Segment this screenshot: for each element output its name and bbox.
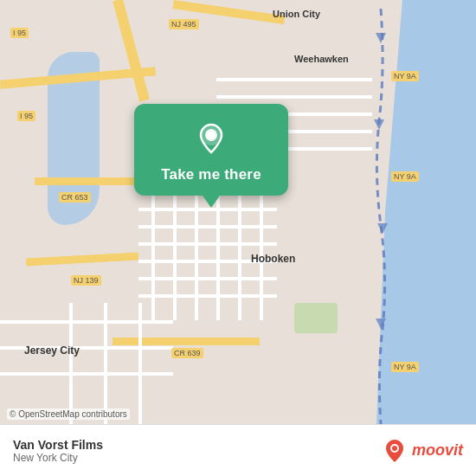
svg-marker-1 bbox=[374, 119, 384, 130]
green-area-2 bbox=[294, 303, 338, 333]
svg-marker-3 bbox=[376, 318, 386, 329]
label-hoboken: Hoboken bbox=[251, 253, 295, 265]
moovit-icon bbox=[381, 437, 408, 465]
label-cr639: CR 639 bbox=[171, 348, 203, 358]
street-jc-1 bbox=[0, 320, 173, 324]
place-name: Van Vorst Films bbox=[13, 438, 103, 452]
label-i95-2: I 95 bbox=[17, 111, 35, 121]
street-jc-3 bbox=[0, 372, 173, 376]
moovit-logo[interactable]: moovit bbox=[381, 437, 463, 465]
moovit-text: moovit bbox=[412, 441, 463, 460]
svg-marker-2 bbox=[377, 223, 388, 234]
popup-card[interactable]: Take me there bbox=[134, 104, 288, 196]
label-nj495: NJ 495 bbox=[169, 19, 199, 29]
location-info: Van Vorst Films New York City bbox=[13, 438, 103, 464]
street-hoboken-8 bbox=[138, 294, 277, 298]
label-union-city: Union City bbox=[273, 9, 320, 19]
svg-marker-0 bbox=[376, 33, 386, 43]
street-hoboken-7 bbox=[138, 277, 277, 280]
location-pin-icon bbox=[192, 119, 230, 158]
take-me-there-button[interactable]: Take me there bbox=[161, 166, 261, 183]
street-jc-v3 bbox=[138, 303, 142, 433]
label-weehawken: Weehawken bbox=[294, 54, 349, 64]
street-hoboken-3 bbox=[138, 208, 277, 211]
copyright-text: © OpenStreetMap contributors bbox=[7, 408, 130, 420]
svg-point-8 bbox=[392, 446, 397, 451]
street-hoboken-5 bbox=[138, 242, 277, 246]
label-jersey-city: Jersey City bbox=[24, 344, 80, 357]
svg-point-6 bbox=[208, 132, 215, 138]
label-i95-1: I 95 bbox=[10, 28, 29, 38]
label-ny9a-2: NY 9A bbox=[391, 171, 419, 182]
bottom-bar: Van Vorst Films New York City moovit bbox=[0, 424, 476, 476]
label-ny9a-1: NY 9A bbox=[391, 71, 419, 81]
place-city: New York City bbox=[13, 452, 103, 464]
map-container: I 95 NJ 495 Union City Weehawken NY 9A N… bbox=[0, 0, 476, 476]
label-cr653: CR 653 bbox=[59, 192, 91, 203]
label-ny9a-3: NY 9A bbox=[391, 362, 419, 372]
street-hoboken-4 bbox=[138, 225, 277, 228]
road-cr639 bbox=[113, 338, 260, 345]
label-nj139: NJ 139 bbox=[71, 275, 101, 286]
